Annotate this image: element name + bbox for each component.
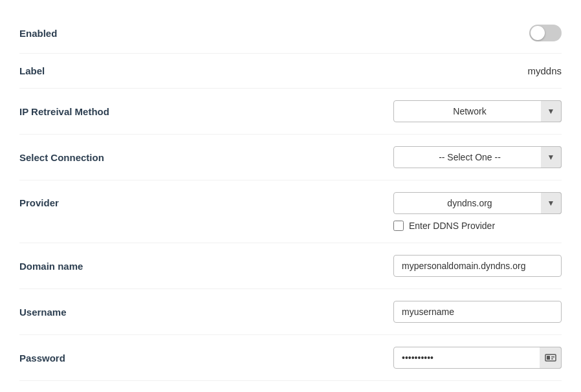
select-connection-select-wrapper: -- Select One -- ▼: [393, 146, 562, 168]
label-label: Label: [19, 65, 149, 76]
password-wrapper: [393, 347, 562, 369]
provider-select[interactable]: dyndns.org no-ip.com Custom: [393, 192, 562, 214]
password-row: Password: [19, 335, 562, 381]
select-connection-control: -- Select One -- ▼: [393, 146, 562, 168]
select-connection-label: Select Connection: [19, 152, 149, 163]
enabled-row: Enabled: [19, 13, 562, 54]
enter-ddns-row: Enter DDNS Provider: [393, 221, 562, 231]
ip-retrieval-control: Network External Interface ▼: [393, 100, 562, 122]
enabled-label: Enabled: [19, 28, 149, 39]
use-https-row: Use HTTPS: [19, 381, 562, 392]
password-input[interactable]: [393, 347, 562, 369]
domain-name-input[interactable]: [393, 255, 562, 277]
username-row: Username: [19, 289, 562, 335]
password-control: [393, 347, 562, 369]
ip-retrieval-select[interactable]: Network External Interface: [393, 100, 562, 122]
domain-name-row: Domain name: [19, 243, 562, 289]
provider-select-wrapper: dyndns.org no-ip.com Custom ▼: [393, 192, 562, 214]
password-label: Password: [19, 353, 149, 364]
password-reveal-icon[interactable]: [540, 347, 562, 369]
provider-label: Provider: [19, 192, 149, 208]
domain-name-label: Domain name: [19, 261, 149, 272]
ip-retrieval-select-wrapper: Network External Interface ▼: [393, 100, 562, 122]
domain-name-control: [393, 255, 562, 277]
label-value: myddns: [527, 65, 562, 76]
provider-inner-control: dyndns.org no-ip.com Custom ▼ Enter DDNS…: [393, 192, 562, 231]
ip-retrieval-label: IP Retreival Method: [19, 106, 149, 117]
enter-ddns-label[interactable]: Enter DDNS Provider: [409, 221, 495, 231]
enter-ddns-checkbox[interactable]: [393, 221, 404, 231]
svg-rect-1: [547, 356, 550, 360]
provider-row: Provider dyndns.org no-ip.com Custom ▼ E…: [19, 180, 562, 243]
provider-control: dyndns.org no-ip.com Custom ▼ Enter DDNS…: [393, 192, 562, 231]
label-control: myddns: [527, 65, 562, 76]
username-label: Username: [19, 307, 149, 318]
select-connection-row: Select Connection -- Select One -- ▼: [19, 135, 562, 180]
select-connection-select[interactable]: -- Select One --: [393, 146, 562, 168]
username-input[interactable]: [393, 301, 562, 323]
username-control: [393, 301, 562, 323]
svg-rect-3: [551, 358, 553, 360]
enabled-control: [529, 25, 562, 41]
enabled-toggle[interactable]: [529, 25, 562, 41]
svg-rect-2: [551, 356, 554, 358]
ip-retrieval-row: IP Retreival Method Network External Int…: [19, 89, 562, 135]
label-row: Label myddns: [19, 54, 562, 89]
